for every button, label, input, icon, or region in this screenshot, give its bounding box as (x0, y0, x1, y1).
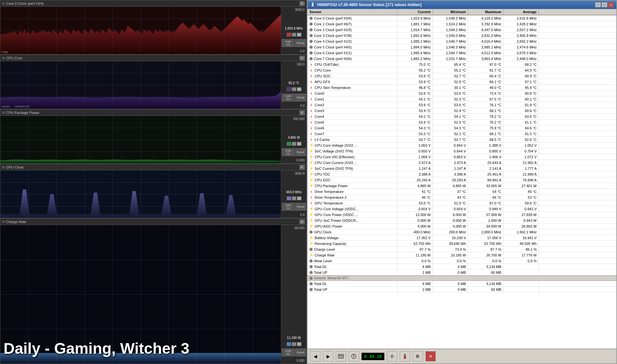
table-row[interactable]: Core 4 Clock (perf #1/2) 1,985.2 MHz 1,5… (308, 39, 616, 44)
table-row[interactable]: ⚡SoC Current (SVI2 TFN) 1.247 A 1.247 A … (308, 166, 616, 171)
row-icon: 🌡 (309, 201, 313, 205)
close-btn-hwinfo[interactable]: ✕ (608, 2, 614, 7)
cell-max: 97.7 % (468, 247, 504, 252)
cell-max: 0.0 % (468, 258, 504, 264)
table-row[interactable]: 🌡Core4 54.1 °C 54.1 °C 78.2 °C 63.5 °C (308, 114, 616, 119)
table-row[interactable]: GPU Clock 400.0 MHz 200.0 MHz 2,000.0 MH… (308, 229, 616, 235)
reset-btn-core0[interactable]: Reset (295, 39, 306, 47)
table-row[interactable]: Core 3 Clock (perf #7/8) 1,891.6 MHz 1,5… (308, 33, 616, 39)
table-row[interactable]: ⚡Battery Voltage 17.352 V 16.230 V 17.35… (308, 235, 616, 241)
chart-controls-cpucore[interactable]: Auto Fit Reset (282, 94, 306, 101)
table-row[interactable]: 🌡CPU SOC 53.6 °C 52.7 °C 65.4 °C 60.9 °C (308, 73, 616, 79)
auto-fit-btn-core0[interactable]: Auto Fit (282, 39, 294, 47)
table-row[interactable]: ⚡CPU TDC 3.388 A 3.388 A 25.461 A 21.989… (308, 171, 616, 177)
table-row[interactable]: 🌡CPU Skin Temperature 46.8 °C 30.1 °C 48… (308, 85, 616, 91)
maximize-btn[interactable]: □ (602, 2, 607, 7)
table-row[interactable]: 🌡CPU (Tctl/Tdie) 75.0 °C 65.4 °C 87.0 °C… (308, 62, 616, 67)
table-row[interactable]: 🌡Core6 54.3 °C 54.3 °C 75.9 °C 64.6 °C (308, 125, 616, 131)
cell-name: 🌡Core3 (308, 108, 398, 113)
table-row[interactable]: ⚡CPU Package Power 4.865 W 4.865 W 33.56… (308, 183, 616, 189)
cell-current: 46.8 °C (398, 85, 433, 90)
table-row-totaldl[interactable]: Total DL 4 MB 0 MB 3,134 MB (308, 281, 616, 287)
table-row[interactable]: 🌡APU GFX 53.9 °C 52.8 °C 69.1 °C 67.1 °C (308, 79, 616, 85)
color-box-gray7 (292, 196, 296, 200)
table-row[interactable]: ⚡CPU Core Voltage (SVI2 ... 1.063 V 0.84… (308, 143, 616, 148)
reset-btn-cpupower[interactable]: Reset (295, 148, 306, 156)
table-row[interactable]: ⚡CPU Core Current (SVI2 ... 2.973 A 2.97… (308, 160, 616, 166)
chart-colors-gpuclock (287, 196, 301, 200)
chart-controls-chargerate[interactable]: Auto Fit Reset (282, 349, 306, 356)
table-row[interactable]: Core 7 Clock (perf #5/6) 1,882.2 MHz 1,5… (308, 56, 616, 62)
table-row[interactable]: ⚡CPU EDC 26.293 A 26.293 A 89.962 A 76.8… (308, 177, 616, 183)
table-row[interactable]: 🌡L3 Cache 53.7 °C 53.7 °C 68.5 °C 62.6 °… (308, 137, 616, 143)
reset-btn-chargerate[interactable]: Reset (295, 349, 306, 356)
auto-fit-btn-gpuclock[interactable]: Auto Fit (282, 203, 294, 211)
chart-close-cpucore[interactable]: ✕ (300, 56, 305, 60)
cell-current: 1.063 V (398, 143, 433, 148)
auto-fit-btn-chargerate[interactable]: Auto Fit (282, 349, 294, 356)
chart-close-gpuclock[interactable]: ✕ (300, 165, 305, 169)
cell-avg: 63.5 °C (504, 114, 539, 119)
gear-btn[interactable]: ⚙ (413, 351, 423, 361)
chart-close-chargerate[interactable]: ✕ (300, 220, 305, 224)
table-row[interactable]: 🌡Drive Temperature 41 °C 37 °C 54 °C 45 … (308, 189, 616, 195)
table-row[interactable]: 🌡Core7 53.5 °C 52.1 °C 68.1 °C 61.5 °C (308, 131, 616, 137)
chart-close-core0[interactable]: ✕ (300, 1, 305, 6)
table-row[interactable]: Core 0 Clock (perf #3/4) 1,923.9 MHz 1,5… (308, 15, 616, 21)
reset-btn-gpuclock[interactable]: Reset (295, 203, 306, 211)
sensor-btn[interactable] (349, 351, 359, 361)
table-row[interactable]: 🌡Core0 53.6 °C 53.6 °C 73.4 °C 60.8 °C (308, 91, 616, 96)
row-icon: ⚡ (309, 172, 313, 176)
table-row[interactable]: Charge Level 97.7 % 73.4 % 97.7 % 86.1 % (308, 247, 616, 252)
table-row[interactable]: Wear Level 0.0 % 0.0 % 0.0 % 0.0 % (308, 258, 616, 264)
forward-btn[interactable]: ▶ (323, 351, 333, 361)
close-bottom-btn[interactable]: ✕ (425, 351, 436, 361)
table-row[interactable]: ⚡GPU Core Voltage (VDDC... 0.654 V 0.654… (308, 206, 616, 212)
table-row[interactable]: Core 1 Clock (perf #6/7) 1,881.7 MHz 1,5… (308, 21, 616, 27)
reset-btn-cpucore[interactable]: Reset (295, 94, 306, 101)
cell-min: 52.1 °C (433, 131, 468, 136)
chart-controls-gpuclock[interactable]: Auto Fit Reset (282, 203, 306, 211)
cell-min: 37 °C (433, 189, 468, 194)
settings-btn[interactable] (387, 351, 397, 361)
table-row[interactable]: 🌡Core5 53.6 °C 52.5 °C 70.2 °C 61.1 °C (308, 119, 616, 125)
table-row[interactable]: 🌡Core2 53.6 °C 53.6 °C 76.1 °C 61.8 °C (308, 102, 616, 108)
chart-edge-label: Edge (2, 50, 8, 54)
table-row[interactable]: Total DL 4 MB 0 MB 3,134 MB (308, 264, 616, 270)
cell-avg: 76.848 A (504, 177, 539, 183)
table-row[interactable]: 🌡Core1 54.1 °C 52.3 °C 67.5 °C 60.1 °C (308, 96, 616, 102)
table-row[interactable]: ⚡Charge Rate 11.190 W 10.185 W 26.700 W … (308, 252, 616, 258)
table-row[interactable]: ⚡GPU ASIC Power 4.000 W 4.000 W 34.000 W… (308, 223, 616, 229)
table-row[interactable]: 🌡Drive Temperature 2 46 °C 43 °C 66 °C 5… (308, 195, 616, 200)
table-row[interactable]: 🌡GPU Temperature 53.0 °C 51.0 °C 67.0 °C… (308, 200, 616, 206)
cell-current: 52.755 Wh (398, 241, 433, 246)
table-row[interactable]: Total UP 1 MB 0 MB 60 MB (308, 270, 616, 275)
cell-max: 1.000 W (468, 218, 504, 223)
hardware-btn[interactable] (336, 351, 346, 361)
auto-fit-btn-cpupower[interactable]: Auto Fit (282, 148, 294, 156)
table-row[interactable]: 🌡Core3 53.9 °C 52.4 °C 68.1 °C 60.6 °C (308, 108, 616, 114)
table-row[interactable]: Core 5 Clock (perf #4/5) 1,884.0 MHz 1,5… (308, 44, 616, 50)
table-row[interactable]: ⚡CPU Core VID (Effective) 1.069 V 0.863 … (308, 154, 616, 160)
minimize-btn[interactable]: ─ (595, 2, 601, 7)
table-row[interactable]: 🌡CPU Core 55.2 °C 55.2 °C 81.7 °C 64.9 °… (308, 67, 616, 73)
cell-current: 3.388 A (398, 171, 433, 177)
back-btn[interactable]: ◀ (310, 351, 320, 361)
chart-controls-core0[interactable]: Auto Fit Reset (282, 39, 306, 47)
table-row[interactable]: ⚡Remaining Capacity 52.755 Wh 39.645 Wh … (308, 241, 616, 247)
cell-min: 1,549.2 MHz (433, 27, 468, 32)
table-row[interactable]: ⚡GPU Core Power (VDDC ... 12.000 W 6.000… (308, 212, 616, 218)
table-row[interactable]: ⚡SoC Voltage (SVI2 TFN) 0.650 V 0.644 V … (308, 148, 616, 154)
table-row[interactable]: Core 2 Clock (perf #2/3) 1,914.7 MHz 1,5… (308, 27, 616, 33)
cell-name: ⚡GPU ASIC Power (308, 223, 398, 229)
table-row[interactable]: ⚡GPU SoC Power (VDDCR... 0.000 W 0.000 W… (308, 218, 616, 223)
table-row[interactable]: Core 6 Clock (perf #1/1) 1,995.4 MHz 1,5… (308, 50, 616, 56)
cell-max: 70.2 °C (468, 119, 504, 125)
thermal-btn[interactable] (400, 351, 410, 361)
chart-close-cpupower[interactable]: ✕ (300, 110, 305, 115)
cell-max: 89.962 A (468, 177, 504, 183)
cell-avg: 21.989 A (504, 171, 539, 177)
auto-fit-btn-cpucore[interactable]: Auto Fit (282, 94, 294, 101)
chart-controls-cpupower[interactable]: Auto Fit Reset (282, 148, 306, 156)
table-row-totalup[interactable]: Total UP 1 MB 0 MB 60 MB (308, 287, 616, 292)
